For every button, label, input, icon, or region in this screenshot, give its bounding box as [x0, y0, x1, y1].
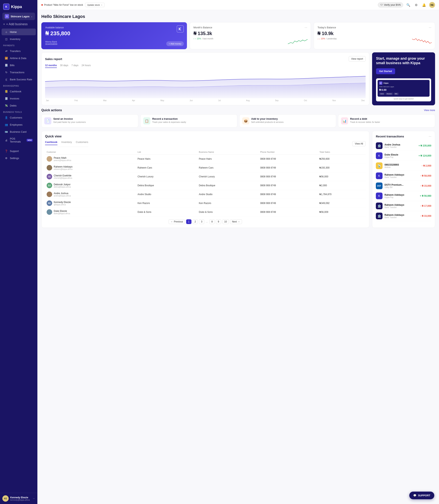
action-add-inventory[interactable]: 📦 Add to your inventory Sell unlimited p… — [239, 114, 336, 127]
sidebar-item-customers[interactable]: 👤 Customers — [1, 114, 36, 121]
customer-name: Kennedy Ekezie — [54, 201, 71, 203]
transaction-name: Raheem Adebayo — [385, 193, 418, 196]
list-cell: Ken Razors — [136, 199, 197, 208]
sidebar-item-inventory[interactable]: ◫ Inventory — [1, 36, 36, 42]
transaction-type: Utility Bill — [385, 186, 418, 189]
phone-cell: 0808 908 8749 — [258, 199, 318, 208]
transaction-type: Bank Transfer — [385, 216, 418, 218]
list-cell: Peace Hairs — [136, 154, 197, 164]
business-card-icon: 🪪 — [5, 130, 8, 133]
add-business-btn[interactable]: + + Add business — [0, 21, 37, 28]
chart-month-labels: Jan Feb Mar Apr May Jun Jul Aug Sep Oct … — [45, 100, 366, 101]
quick-actions-title: Quick actions — [41, 109, 62, 112]
page-content: Hello Skincare Lagos Available balance ₦… — [37, 10, 439, 504]
support-fab-btn[interactable]: 💬 SUPPORT — [409, 491, 434, 499]
tab-cashbook[interactable]: Cashbook — [45, 140, 58, 145]
logo: K Kippa — [0, 0, 37, 13]
bvn-label: Verify your BVN — [384, 3, 401, 6]
transaction-name: Duke Ekezie — [385, 153, 416, 156]
todays-mini-chart — [412, 37, 432, 46]
sidebar-item-cashbook[interactable]: 📒 Cashbook — [1, 88, 36, 95]
inventory-action-desc: Sell unlimited products & services — [251, 121, 283, 124]
page-btn-9[interactable]: 9 — [216, 219, 221, 224]
sidebar-item-debts[interactable]: 💸 Debts — [1, 102, 36, 109]
transaction-amount: - ₦ 2,000 — [422, 164, 431, 167]
transaction-icon-blue: 🏦 — [376, 213, 382, 219]
page-btn-10[interactable]: 10 — [222, 219, 229, 224]
list-cell: Andre Studio — [136, 190, 197, 199]
table-row: Duke Ekezie duke@kippa.africa Duke & Son… — [45, 208, 366, 216]
add-money-btn[interactable]: + Add money — [166, 41, 184, 46]
customer-avatar — [47, 209, 52, 215]
logo-text: Kippa — [11, 4, 22, 9]
col-business: Business Name — [197, 150, 259, 154]
balance-card: Available balance ₦ 235,800 Wema Bank 00… — [41, 22, 187, 49]
page-btn-8[interactable]: 8 — [209, 219, 215, 224]
action-record-transaction[interactable]: 📋 Record a transaction Track your sales … — [140, 114, 237, 127]
invoice-action-desc: Get paid faster by your customers — [53, 121, 86, 124]
sidebar-item-transactions[interactable]: ↻ Transactions — [1, 69, 36, 76]
sales-cell: ₦1,784,870 — [318, 190, 366, 199]
transaction-icon-purple2: K — [376, 173, 382, 179]
sidebar-item-airtime[interactable]: 📶 Airtime & Data — [1, 55, 36, 62]
sidebar-item-business-card[interactable]: 🪪 Business Card — [1, 128, 36, 135]
search-icon[interactable]: 🔍 — [405, 2, 411, 8]
months-balance-menu[interactable]: ··· — [305, 26, 307, 29]
user-avatar[interactable]: KE — [429, 2, 435, 8]
logout-icon[interactable]: → — [32, 497, 35, 500]
update-stock-btn[interactable]: Update stock → — [85, 3, 105, 7]
transaction-type: Kippa Pay — [385, 196, 418, 199]
transactions-menu[interactable]: ··· — [429, 135, 431, 138]
page-btn-1[interactable]: 1 — [186, 219, 192, 224]
todays-balance-menu[interactable]: ··· — [429, 26, 431, 29]
verify-bvn-btn[interactable]: 🛡 Verify your BVN — [378, 2, 403, 8]
transaction-amount: - ₦ 15,000 — [420, 185, 431, 187]
customer-email: raheem@kippa.africa — [54, 168, 73, 170]
next-page-btn[interactable]: Next → — [230, 219, 242, 224]
action-record-debt[interactable]: 📊 Record a debt Track & recover debts 3x… — [338, 114, 435, 127]
page-btn-3[interactable]: 3 — [199, 219, 204, 224]
transaction-amount: - ₦ 17,000 — [420, 204, 431, 207]
page-btn-2[interactable]: 2 — [193, 219, 198, 224]
promo-mockup: K Kippa Hello Skincare Lagos ₦ 0.00 Send… — [376, 78, 431, 101]
customer-avatar: KE — [47, 201, 52, 206]
view-report-btn[interactable]: View report — [349, 56, 366, 62]
transaction-amount: - ₦ 33,000 — [420, 214, 431, 217]
business-selector[interactable]: S Skincare Lagos ⌄ — [2, 13, 35, 20]
prev-page-btn[interactable]: ← Previous — [169, 219, 185, 224]
tab-7days[interactable]: 7 days — [72, 64, 78, 68]
sidebar-item-invoices[interactable]: 🧾 Invoices — [1, 95, 36, 102]
view-more-btn[interactable]: View more — [424, 109, 435, 112]
transaction-item: K Duke Ekezie Kippa Pay + ₦ 124,800 — [376, 151, 431, 161]
transaction-icon-blue: 🏦 — [376, 202, 382, 209]
tab-24hours[interactable]: 24 hours — [82, 64, 91, 68]
sidebar-item-bank-success[interactable]: (( Bank Success Rate — [1, 76, 36, 83]
tab-30days[interactable]: 30 days — [60, 64, 68, 68]
sidebar-item-employees[interactable]: 👥 Employees — [1, 121, 36, 128]
sidebar-item-pos-terminals[interactable]: 🖨 POS Terminals NEW — [1, 136, 36, 145]
sidebar-item-home[interactable]: ⌂ Home — [1, 28, 36, 35]
gear-icon[interactable]: ⚙ — [414, 2, 419, 8]
main-area: Product "Nike Air Force" low on stock Up… — [37, 0, 439, 504]
sales-cell: ₦56,009 — [318, 208, 366, 216]
business-cell: Peace Hairs — [197, 154, 259, 164]
cashbook-icon: 📒 — [5, 90, 8, 93]
transaction-item: K Raheem Adebayo Bank Transfer - ₦ 58,00… — [376, 171, 431, 181]
view-all-btn[interactable]: View All — [352, 141, 366, 146]
action-send-invoice[interactable]: 📄 Send an Invoice Get paid faster by you… — [41, 114, 138, 127]
add-inventory-icon: 📦 — [242, 117, 249, 125]
chevron-icon: ⌄ — [31, 15, 33, 18]
sidebar-item-bills[interactable]: 📃 Bills — [1, 62, 36, 68]
customers-icon: 👤 — [5, 116, 8, 119]
sidebar-item-transfers[interactable]: ⇄ Transfers — [1, 48, 36, 54]
sidebar-item-settings[interactable]: ⚙ Settings — [1, 155, 36, 162]
new-badge: NEW — [26, 139, 33, 141]
get-started-btn[interactable]: Get Started — [376, 68, 395, 74]
debt-icon: 📊 — [341, 117, 348, 125]
notification-icon[interactable]: 🔔 — [421, 2, 427, 8]
tab-customers[interactable]: Customers — [76, 140, 88, 145]
sidebar-item-support[interactable]: ❓ Support — [1, 148, 36, 154]
tab-12months[interactable]: 12 months — [45, 64, 57, 68]
right-arrow-icon: → — [238, 220, 240, 223]
tab-inventory[interactable]: Inventory — [61, 140, 72, 145]
